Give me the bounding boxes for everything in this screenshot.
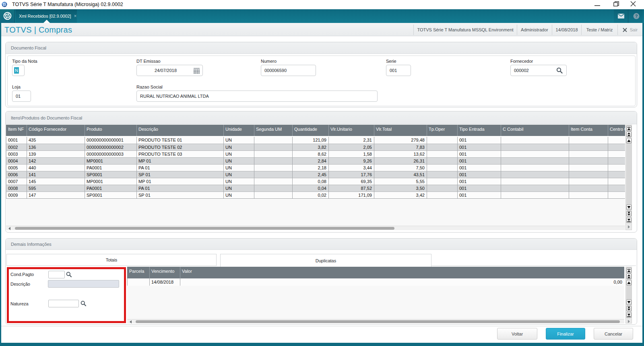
finalizar-button[interactable]: Finalizar: [546, 328, 585, 340]
table-cell: [501, 171, 569, 178]
table-row[interactable]: 0005440PA0001PA 01UN2,183,447,50001: [6, 164, 625, 171]
table-cell: 13,62: [374, 150, 427, 157]
itens-scroll-pageup-button[interactable]: [626, 132, 632, 137]
environment-info: TOTVS Série T Manufatura MSSQL Environme…: [413, 25, 517, 35]
table-cell: UN: [224, 185, 254, 192]
column-header[interactable]: Produto: [85, 125, 137, 136]
totvs-menu-button[interactable]: [0, 9, 15, 23]
table-cell: UN: [224, 192, 254, 198]
column-header[interactable]: Vlr.Unitario: [329, 125, 374, 136]
table-cell: [569, 157, 608, 164]
itens-vscrollbar[interactable]: [625, 125, 632, 230]
column-header[interactable]: Vlr.Total: [374, 125, 427, 136]
table-cell: [569, 144, 608, 150]
application-window: TOTVS Série T Manufatura (Microsiga) 02.…: [0, 0, 644, 346]
duplicatas-hscroll-thumb[interactable]: [136, 320, 620, 323]
mail-button[interactable]: [614, 9, 628, 23]
column-header[interactable]: Unidade: [224, 125, 254, 136]
table-row[interactable]: 0009147SP0001SP 01UN0,02171,093,42001: [6, 192, 625, 198]
duplicatas-scroll-pagedown-button[interactable]: [626, 306, 632, 311]
column-header[interactable]: Tipo Entrada: [458, 125, 501, 136]
natureza-input[interactable]: [48, 300, 79, 307]
table-cell: 3,82: [293, 144, 329, 150]
table-cell: UN: [224, 178, 254, 185]
close-button[interactable]: [627, 0, 639, 9]
totvs-logo-icon: [3, 12, 12, 20]
duplicatas-scroll-down-button[interactable]: [626, 299, 632, 305]
itens-scroll-up-button[interactable]: [626, 138, 632, 144]
cancelar-button[interactable]: Cancelar: [594, 328, 633, 340]
tipo-da-nota-input[interactable]: N: [12, 65, 25, 76]
duplicatas-hscroll-right-icon[interactable]: [627, 320, 630, 323]
calendar-icon[interactable]: [194, 68, 200, 74]
itens-hscroll-right-icon[interactable]: [627, 225, 630, 229]
scroll-end-arrow-icon: [627, 127, 631, 130]
itens-vscroll-track[interactable]: [626, 144, 632, 204]
table-cell: UN: [224, 171, 254, 178]
page-title: TOTVS | Compras: [4, 25, 72, 35]
voltar-button[interactable]: Voltar: [497, 328, 537, 340]
dt-emissao-input[interactable]: 24/07/2018: [136, 65, 203, 76]
column-header[interactable]: Código Fornecedor: [27, 125, 85, 136]
column-header[interactable]: Descrição: [137, 125, 224, 136]
cond-pagto-search-icon[interactable]: [66, 272, 72, 278]
column-header[interactable]: Item Conta: [569, 125, 608, 136]
itens-scroll-down-button[interactable]: [626, 204, 632, 210]
table-row[interactable]: 0008595PA0001PA 01UN0,0487,523,50001: [6, 185, 625, 192]
column-header[interactable]: Valor: [180, 267, 624, 278]
table-cell: [501, 144, 569, 150]
column-header[interactable]: Vencimento: [150, 267, 180, 278]
itens-grid: Item NFCódigo FornecedorProdutoDescrição…: [6, 125, 625, 199]
maximize-button[interactable]: [610, 0, 622, 9]
numero-input[interactable]: 000006590: [261, 65, 316, 76]
duplicatas-scroll-last-button[interactable]: [626, 312, 632, 318]
column-header[interactable]: Centro Cu: [608, 125, 625, 136]
help-button[interactable]: ?: [628, 9, 643, 23]
column-header[interactable]: Segunda UM: [254, 125, 293, 136]
duplicatas-hscrollbar[interactable]: [127, 319, 624, 323]
table-row[interactable]: 0004142MP0001MP 01UN2,849,2626,31001: [6, 157, 625, 164]
table-cell: PA0001: [85, 164, 137, 171]
cond-pagto-input[interactable]: [48, 271, 65, 278]
fornecedor-search-icon[interactable]: [556, 67, 563, 74]
column-header[interactable]: Quantidade: [293, 125, 329, 136]
serie-input[interactable]: 001: [386, 65, 411, 76]
duplicatas-scroll-up-button[interactable]: [626, 280, 632, 286]
itens-scroll-pagedown-button[interactable]: [626, 211, 632, 216]
minimize-button[interactable]: [591, 0, 603, 9]
itens-scroll-first-button[interactable]: [626, 126, 632, 131]
duplicatas-vscrollbar[interactable]: [625, 267, 632, 323]
itens-scroll-last-button[interactable]: [626, 217, 632, 223]
itens-hscrollbar[interactable]: [6, 226, 625, 230]
duplicatas-hscroll-left-icon[interactable]: [129, 320, 132, 323]
razao-social-input[interactable]: RURAL NUTRICAO ANIMAL LTDA: [136, 91, 378, 102]
table-cell: [254, 164, 293, 171]
tab-duplicatas[interactable]: Duplicatas: [220, 254, 431, 267]
table-cell: 8,62: [293, 150, 329, 157]
duplicatas-vscroll-track[interactable]: [626, 286, 632, 299]
fornecedor-input[interactable]: 000002: [510, 65, 567, 76]
column-header[interactable]: Tp.Oper: [427, 125, 458, 136]
tab-totais[interactable]: Totais: [6, 254, 217, 266]
loja-input[interactable]: 01: [12, 91, 31, 102]
table-cell: [427, 157, 458, 164]
tab-close-icon[interactable]: ×: [74, 14, 77, 18]
column-header[interactable]: Parcela: [128, 267, 150, 278]
column-header[interactable]: C Contabil: [501, 125, 569, 136]
column-header[interactable]: Item NF: [6, 125, 27, 136]
table-row[interactable]: 0006141SP0001SP 01UN2,4517,7643,51001: [6, 171, 625, 178]
table-cell: 2,05: [329, 144, 374, 150]
table-row[interactable]: 0007145MP0001MP 01UN0,0869,355,55001: [6, 178, 625, 185]
table-row[interactable]: 14/08/20180,00: [127, 278, 624, 286]
duplicatas-scroll-first-button[interactable]: [626, 268, 632, 273]
logout-button[interactable]: Sair: [617, 25, 642, 35]
itens-hscroll-thumb[interactable]: [15, 227, 394, 230]
loja-label: Loja: [12, 84, 21, 91]
table-row[interactable]: 0002136000000000000002PRODUTO TESTE 02UN…: [6, 144, 625, 150]
duplicatas-scroll-pageup-button[interactable]: [626, 274, 632, 279]
itens-hscroll-left-icon[interactable]: [8, 227, 11, 230]
natureza-search-icon[interactable]: [80, 301, 87, 307]
table-row[interactable]: 0001435000000000000001PRODUTO TESTE 01UN…: [6, 137, 625, 144]
table-row[interactable]: 0003139000000000000003PRODUTO TESTE 03UN…: [6, 150, 625, 157]
minimize-icon: [594, 2, 601, 6]
